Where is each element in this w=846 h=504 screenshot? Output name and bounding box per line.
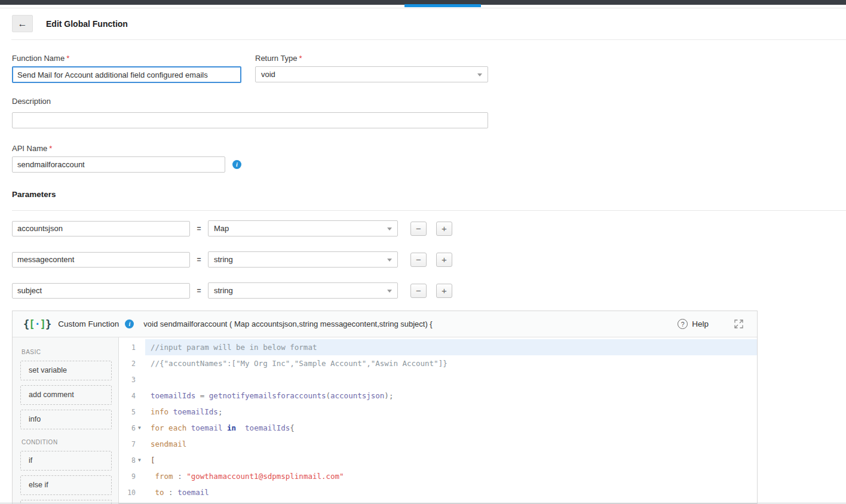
code-token-kw: info: [151, 407, 168, 416]
line-number: 8: [119, 456, 136, 465]
code-token-plain: [186, 423, 191, 432]
expand-editor-button[interactable]: [734, 319, 744, 329]
line-number: 7: [119, 440, 136, 448]
code-token-plain: [168, 407, 173, 416]
code-line[interactable]: 2//{"accountNames":["My Org Inc","Sample…: [119, 355, 757, 371]
function-signature: void sendmailforaccount ( Map accountsjs…: [143, 319, 432, 328]
code-line[interactable]: 5info toemailIds;: [119, 404, 757, 420]
parameters-divider: [12, 210, 846, 211]
code-token-kw: from: [155, 472, 173, 481]
custom-function-title: Custom Function: [58, 319, 119, 328]
code-token-var: getnotifyemailsforaccounts: [209, 391, 326, 400]
parameters-list: =Map−+=string−+=string−+: [12, 220, 454, 314]
code-text: info toemailIds;: [145, 404, 757, 420]
fold-toggle-icon[interactable]: ▼: [136, 425, 145, 431]
code-token-kw: to: [155, 488, 164, 497]
code-token-bracket: [: [151, 456, 155, 465]
code-token-op: ;: [218, 407, 223, 416]
fold-toggle-icon[interactable]: ▼: [136, 457, 145, 463]
edit-global-function-page: ← Edit Global Function Function Name* Re…: [0, 0, 846, 504]
code-line[interactable]: 4toemailIds = getnotifyemailsforaccounts…: [119, 388, 757, 404]
code-text: //{"accountNames":["My Org Inc","Sample …: [145, 355, 757, 371]
line-number: 5: [119, 408, 136, 416]
tool-group-label: BASIC: [22, 349, 112, 355]
line-number: 6: [119, 424, 136, 432]
add-parameter-button[interactable]: +: [436, 222, 452, 236]
tool-button-add-comment[interactable]: add comment: [20, 385, 112, 405]
api-name-info-icon[interactable]: i: [232, 160, 241, 169]
code-token-op: (: [326, 391, 331, 400]
parameter-row: =string−+: [12, 251, 454, 268]
code-line[interactable]: 6▼for each toemail in toemailIds{: [119, 420, 757, 436]
code-line[interactable]: 8▼[: [119, 452, 757, 468]
code-token-op: :: [173, 472, 187, 481]
code-token-plain: [151, 488, 155, 497]
description-input[interactable]: [12, 112, 488, 128]
code-line[interactable]: 3: [119, 371, 757, 388]
parameter-type-value: Map: [214, 224, 229, 233]
remove-parameter-button[interactable]: −: [410, 284, 427, 298]
code-token-var: toemailIds: [151, 391, 195, 400]
custom-function-header: {[·]} Custom Function i void sendmailfor…: [13, 311, 757, 337]
return-type-select[interactable]: void: [255, 66, 488, 82]
code-text: sendmail: [145, 436, 757, 452]
parameter-type-select[interactable]: Map: [208, 220, 398, 236]
code-editor[interactable]: 1//input param will be in below format2/…: [119, 337, 757, 504]
parameter-name-input[interactable]: [12, 221, 190, 236]
top-divider: [0, 8, 846, 8]
function-name-input[interactable]: [12, 66, 241, 83]
required-asterisk: *: [66, 54, 69, 63]
code-text: to : toemail: [145, 484, 757, 500]
code-token-op: :: [164, 488, 178, 497]
back-button[interactable]: ←: [12, 15, 33, 32]
code-token-str: "gowthamaccount1@sdpmsplinmail.com": [186, 472, 344, 481]
parameter-type-select[interactable]: string: [208, 251, 398, 268]
tool-button-if[interactable]: if: [20, 451, 112, 471]
code-line[interactable]: 10 to : toemail: [119, 484, 757, 500]
line-number: 3: [119, 376, 136, 384]
required-asterisk: *: [49, 144, 52, 153]
code-token-op: {: [290, 423, 295, 432]
tool-group-label: CONDITION: [22, 439, 112, 445]
code-token-op: );: [384, 391, 393, 400]
page-header: ← Edit Global Function: [12, 15, 128, 32]
parameter-row: =Map−+: [12, 220, 454, 236]
code-token-comment: //{"accountNames":["My Org Inc","Sample …: [151, 359, 447, 368]
active-tab-indicator: [404, 4, 481, 7]
api-name-input[interactable]: [12, 156, 225, 173]
tool-button-info[interactable]: info: [20, 410, 112, 429]
remove-parameter-button[interactable]: −: [410, 222, 427, 236]
equals-sign: =: [190, 256, 208, 264]
chevron-down-icon: [387, 259, 392, 262]
custom-function-info-icon[interactable]: i: [125, 319, 134, 328]
code-token-kw: sendmail: [151, 440, 186, 448]
add-parameter-button[interactable]: +: [436, 284, 452, 298]
remove-parameter-button[interactable]: −: [410, 253, 427, 267]
header-divider: [11, 39, 846, 40]
parameter-name-input[interactable]: [12, 283, 190, 299]
parameter-row: =string−+: [12, 282, 454, 299]
api-name-label: API Name*: [12, 144, 52, 153]
tool-button-else-if[interactable]: else if: [20, 475, 112, 495]
code-line[interactable]: 7sendmail: [119, 436, 757, 452]
code-token-var: accountsjson: [330, 391, 384, 400]
code-token-kw2: in: [227, 423, 236, 432]
code-line[interactable]: 1//input param will be in below format: [119, 339, 757, 355]
return-type-label: Return Type*: [255, 54, 302, 63]
chevron-down-icon: [387, 228, 392, 231]
tool-button-set-variable[interactable]: set variable: [20, 361, 112, 380]
parameter-type-select[interactable]: string: [208, 282, 398, 299]
return-type-label-text: Return Type: [255, 54, 298, 63]
chevron-down-icon: [477, 73, 482, 76]
add-parameter-button[interactable]: +: [436, 253, 452, 267]
parameter-name-input[interactable]: [12, 252, 190, 268]
help-button[interactable]: ? Help: [678, 319, 709, 329]
expand-icon: [734, 319, 744, 329]
code-line[interactable]: 9 from : "gowthamaccount1@sdpmsplinmail.…: [119, 468, 757, 484]
deluge-function-icon: {[·]}: [23, 318, 51, 330]
custom-function-panel: {[·]} Custom Function i void sendmailfor…: [12, 311, 758, 504]
chevron-down-icon: [387, 290, 392, 293]
code-text: from : "gowthamaccount1@sdpmsplinmail.co…: [145, 468, 757, 484]
help-question-icon: ?: [678, 319, 688, 329]
editor-tool-sidebar: BASICset variableadd commentinfoCONDITIO…: [13, 337, 119, 504]
